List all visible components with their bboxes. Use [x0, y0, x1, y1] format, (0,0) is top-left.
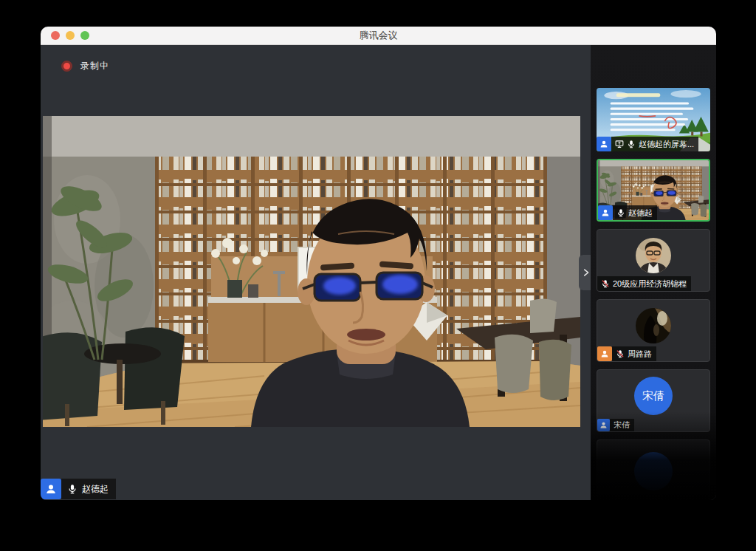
participant-tile-partial[interactable] — [597, 439, 710, 500]
avatar — [636, 308, 671, 343]
participant-tile[interactable]: 周路路 — [597, 299, 710, 362]
participant-badge — [41, 479, 61, 499]
desktop-background: 腾讯会议 录制中 赵德起 — [0, 0, 756, 551]
window-title: 腾讯会议 — [41, 29, 716, 42]
participant-badge — [597, 419, 610, 431]
chevron-right-icon — [581, 267, 591, 278]
avatar — [634, 452, 673, 490]
participant-badge — [597, 346, 612, 361]
avatar — [636, 238, 671, 273]
recording-label: 录制中 — [80, 60, 109, 72]
avatar-photo — [636, 308, 671, 343]
participant-name: 周路路 — [628, 349, 652, 360]
mic-muted-icon — [601, 279, 610, 288]
avatar-photo — [636, 238, 671, 273]
screen-share-icon — [615, 140, 624, 148]
participant-tile[interactable]: 20级应用经济胡锦程 — [597, 229, 710, 292]
mic-icon — [616, 208, 625, 217]
person-icon — [601, 208, 610, 217]
speaker-name: 赵德起 — [82, 483, 109, 496]
speaker-name-tag: 赵德起 — [41, 479, 116, 499]
meeting-window: 腾讯会议 录制中 赵德起 — [41, 27, 716, 500]
video-scene — [43, 116, 580, 427]
participant-tile[interactable]: 宋倩 宋倩 — [597, 369, 710, 432]
participant-name: 赵德起 — [628, 208, 653, 219]
participant-tile-screen-share[interactable]: 赵德起的屏幕... — [597, 88, 710, 151]
person-icon — [600, 349, 609, 358]
participant-badge — [597, 137, 611, 151]
mic-icon — [67, 484, 78, 494]
participant-badge — [598, 205, 613, 220]
main-stage: 录制中 赵德起 — [41, 45, 591, 500]
window-titlebar: 腾讯会议 — [41, 27, 716, 45]
person-icon — [599, 421, 608, 429]
participants-sidebar: 赵德起的屏幕... 赵德起 — [591, 45, 716, 500]
mic-muted-icon — [616, 349, 625, 358]
record-dot-icon — [61, 61, 72, 72]
recording-indicator[interactable]: 录制中 — [61, 60, 109, 72]
person-icon — [45, 483, 57, 495]
avatar: 宋倩 — [634, 377, 673, 415]
main-video[interactable] — [43, 116, 580, 427]
person-icon — [599, 140, 608, 148]
participant-name: 赵德起的屏幕... — [639, 139, 694, 150]
participant-name: 宋倩 — [614, 420, 630, 431]
mic-icon — [627, 140, 636, 148]
participant-tile-active-speaker[interactable]: 赵德起 — [597, 159, 710, 222]
participant-name: 20级应用经济胡锦程 — [613, 278, 687, 290]
